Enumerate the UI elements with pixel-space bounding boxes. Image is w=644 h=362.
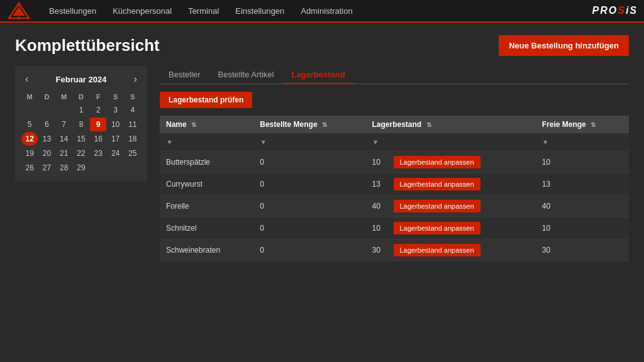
cal-day-10[interactable]: 10 bbox=[107, 118, 123, 131]
calendar-next-button[interactable]: › bbox=[130, 72, 141, 86]
dow-fri: F bbox=[90, 91, 106, 102]
new-order-button[interactable]: Neue Bestellung hinzufügen bbox=[499, 35, 629, 56]
nav-item-kuechenpersonal[interactable]: Küchenpersonal bbox=[105, 3, 179, 19]
right-panel: Besteller Bestellte Artikel Lagerbestand… bbox=[160, 66, 629, 261]
dow-tue: D bbox=[38, 91, 55, 102]
table-row: Schweinebraten030Lagerbestand anpassen30 bbox=[160, 239, 629, 261]
cell-name: Currywurst bbox=[160, 173, 253, 195]
dow-sun: S bbox=[125, 91, 141, 102]
cal-day-empty bbox=[125, 161, 141, 175]
lagerbestand-section: Lagerbestand prüfen Name ⇅ Bestellte Men… bbox=[160, 92, 629, 261]
cal-day-18[interactable]: 18 bbox=[125, 132, 141, 146]
lagerbestand-value: 40 bbox=[372, 202, 387, 211]
dow-wed: M bbox=[56, 91, 72, 102]
sort-icon-lagerbestand: ⇅ bbox=[426, 121, 431, 128]
cal-day-6[interactable]: 6 bbox=[38, 118, 55, 131]
check-lagerbestand-button[interactable]: Lagerbestand prüfen bbox=[160, 92, 252, 108]
cell-bestellte-menge: 0 bbox=[253, 195, 365, 217]
cell-name: Schnitzel bbox=[160, 217, 253, 239]
adjust-lagerbestand-button[interactable]: Lagerbestand anpassen bbox=[394, 222, 480, 234]
cal-day-29[interactable]: 29 bbox=[73, 161, 89, 175]
nav-item-einstellungen[interactable]: Einstellungen bbox=[228, 3, 292, 19]
filter-row: ▼ ▼ ▼ ▼ bbox=[160, 133, 629, 151]
cell-lagerbestand: 10Lagerbestand anpassen bbox=[366, 217, 536, 239]
calendar-grid: M D M D F S S 1 2 3 4 5 6 7 8 9 bbox=[21, 91, 141, 175]
tab-besteller[interactable]: Besteller bbox=[160, 66, 209, 84]
cell-freie-menge: 40 bbox=[536, 195, 629, 217]
cal-day-15[interactable]: 15 bbox=[73, 132, 89, 146]
lagerbestand-value: 10 bbox=[372, 224, 387, 233]
filter-icon-frei: ▼ bbox=[542, 138, 549, 146]
cal-day-26[interactable]: 26 bbox=[21, 161, 38, 175]
filter-icon-lager: ▼ bbox=[372, 138, 379, 146]
cal-day-1[interactable]: 1 bbox=[73, 103, 89, 117]
cal-day-23[interactable]: 23 bbox=[90, 146, 106, 160]
dow-mon: M bbox=[21, 91, 38, 102]
page-title: Komplettübersicht bbox=[15, 36, 160, 55]
cal-day-13[interactable]: 13 bbox=[38, 132, 55, 146]
table-row: Schnitzel010Lagerbestand anpassen10 bbox=[160, 217, 629, 239]
tab-lagerbestand[interactable]: Lagerbestand bbox=[282, 66, 353, 84]
cal-day-2[interactable]: 2 bbox=[90, 103, 106, 117]
cal-day-17[interactable]: 17 bbox=[107, 132, 123, 146]
cal-day-9[interactable]: 9 bbox=[90, 118, 106, 131]
adjust-lagerbestand-button[interactable]: Lagerbestand anpassen bbox=[394, 244, 480, 256]
cell-bestellte-menge: 0 bbox=[253, 217, 365, 239]
cell-bestellte-menge: 0 bbox=[253, 173, 365, 195]
cal-day-28[interactable]: 28 bbox=[56, 161, 72, 175]
cal-day-empty bbox=[56, 103, 72, 117]
cal-day-14[interactable]: 14 bbox=[56, 132, 72, 146]
lagerbestand-value: 13 bbox=[372, 180, 387, 189]
col-header-freie-menge: Freie Menge ⇅ bbox=[536, 116, 629, 133]
sort-icon-name: ⇅ bbox=[191, 121, 196, 128]
cell-bestellte-menge: 0 bbox=[253, 239, 365, 261]
lagerbestand-table: Name ⇅ Bestellte Menge ⇅ Lagerbestand ⇅ bbox=[160, 116, 629, 261]
cal-day-24[interactable]: 24 bbox=[107, 146, 123, 160]
content-area: ‹ Februar 2024 › M D M D F S S 1 2 3 bbox=[15, 66, 629, 261]
cal-day-21[interactable]: 21 bbox=[56, 146, 72, 160]
cal-day-22[interactable]: 22 bbox=[73, 146, 89, 160]
cal-day-11[interactable]: 11 bbox=[125, 118, 141, 131]
cal-day-27[interactable]: 27 bbox=[38, 161, 55, 175]
col-header-bestellte-menge: Bestellte Menge ⇅ bbox=[253, 116, 365, 133]
cal-day-8[interactable]: 8 bbox=[73, 118, 89, 131]
cal-day-20[interactable]: 20 bbox=[38, 146, 55, 160]
cal-day-4[interactable]: 4 bbox=[125, 103, 141, 117]
cal-day-5[interactable]: 5 bbox=[21, 118, 38, 131]
filter-icon-menge: ▼ bbox=[260, 138, 267, 146]
calendar-prev-button[interactable]: ‹ bbox=[21, 72, 32, 86]
filter-cell-name: ▼ bbox=[160, 133, 253, 151]
filter-cell-frei: ▼ bbox=[536, 133, 629, 151]
cal-day-25[interactable]: 25 bbox=[125, 146, 141, 160]
nav-item-terminal[interactable]: Terminal bbox=[180, 3, 226, 19]
cell-lagerbestand: 30Lagerbestand anpassen bbox=[366, 239, 536, 261]
calendar: ‹ Februar 2024 › M D M D F S S 1 2 3 bbox=[15, 66, 147, 181]
adjust-lagerbestand-button[interactable]: Lagerbestand anpassen bbox=[394, 200, 480, 212]
cal-day-3[interactable]: 3 bbox=[107, 103, 123, 117]
cell-freie-menge: 10 bbox=[536, 217, 629, 239]
cell-name: Forelle bbox=[160, 195, 253, 217]
cell-name: Butterspätzle bbox=[160, 151, 253, 173]
cal-day-7[interactable]: 7 bbox=[56, 118, 72, 131]
cal-day-19[interactable]: 19 bbox=[21, 146, 38, 160]
nav-item-bestellungen[interactable]: Bestellungen bbox=[42, 3, 104, 19]
cal-day-16[interactable]: 16 bbox=[90, 132, 106, 146]
cal-day-empty bbox=[90, 161, 106, 175]
nav-items: Bestellungen Küchenpersonal Terminal Ein… bbox=[42, 3, 592, 19]
tab-bestellte-artikel[interactable]: Bestellte Artikel bbox=[209, 66, 283, 84]
col-header-lagerbestand: Lagerbestand ⇅ bbox=[366, 116, 536, 133]
cell-name: Schweinebraten bbox=[160, 239, 253, 261]
adjust-lagerbestand-button[interactable]: Lagerbestand anpassen bbox=[394, 178, 480, 190]
brand-logo: PROSiS bbox=[592, 5, 638, 16]
app-logo bbox=[6, 1, 31, 20]
filter-cell-menge: ▼ bbox=[253, 133, 365, 151]
cell-lagerbestand: 10Lagerbestand anpassen bbox=[366, 151, 536, 173]
main-content: Komplettübersicht Neue Bestellung hinzuf… bbox=[0, 23, 644, 362]
cal-day-empty bbox=[21, 103, 38, 117]
cal-day-12[interactable]: 12 bbox=[21, 132, 38, 146]
cell-freie-menge: 10 bbox=[536, 151, 629, 173]
table-row: Butterspätzle010Lagerbestand anpassen10 bbox=[160, 151, 629, 173]
nav-item-administration[interactable]: Administration bbox=[293, 3, 360, 19]
adjust-lagerbestand-button[interactable]: Lagerbestand anpassen bbox=[394, 156, 480, 168]
header-row: Komplettübersicht Neue Bestellung hinzuf… bbox=[15, 35, 629, 56]
